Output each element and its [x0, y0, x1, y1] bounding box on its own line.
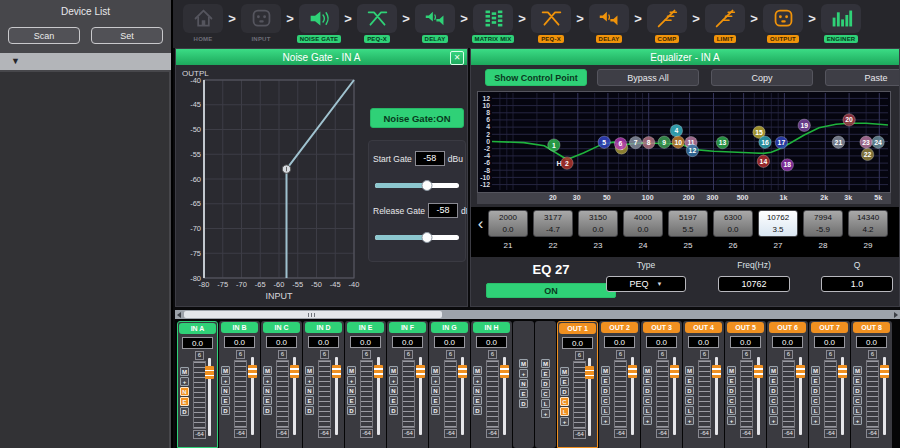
channel-button-plus[interactable]: + [180, 377, 189, 386]
channel-button-d[interactable]: D [519, 399, 528, 408]
toolbar-item-home[interactable]: HOME [181, 4, 225, 43]
toolbar-item-matrix-mix[interactable]: MATRIX MIX [471, 4, 515, 43]
eq-band-cell[interactable]: 40000.0 [623, 210, 663, 237]
slider-thumb[interactable] [422, 180, 433, 191]
channel-button-m[interactable]: M [601, 366, 610, 375]
channel-button-plus[interactable]: + [541, 409, 550, 418]
eq-point-8[interactable]: 8 [643, 136, 655, 148]
channel-strip-out-1[interactable]: OUT 10.0MEDCL+6-64 [557, 321, 598, 448]
fader-handle[interactable] [332, 365, 341, 378]
eq-point-6[interactable]: 6 [614, 138, 626, 150]
channel-button-d[interactable]: D [305, 406, 314, 415]
fader-handle[interactable] [248, 365, 257, 378]
scroll-right-icon[interactable] [894, 312, 898, 318]
fader-handle[interactable] [754, 365, 763, 378]
eq-band-21[interactable]: 20000.021 [488, 210, 528, 250]
eq-band-28[interactable]: 7994-5.928 [803, 210, 843, 250]
eq-band-cell[interactable]: 31500.0 [578, 210, 618, 237]
start-gate-value[interactable]: -58 [415, 151, 445, 166]
eq-q-input[interactable]: 1.0 [821, 276, 893, 292]
channel-strip-in-h[interactable]: IN H0.0M+NED6-64 [471, 321, 512, 448]
channel-button-m[interactable]: M [221, 366, 230, 375]
channel-button-d[interactable]: D [601, 386, 610, 395]
channel-button-l[interactable]: L [685, 406, 694, 415]
scan-button[interactable]: Scan [8, 27, 80, 44]
fader-handle[interactable] [880, 365, 889, 378]
channel-button-n[interactable]: N [431, 386, 440, 395]
eq-point-19[interactable]: 19 [798, 119, 810, 131]
fader-handle[interactable] [670, 365, 679, 378]
channel-button-l[interactable]: L [853, 406, 862, 415]
channel-button-e[interactable]: E [541, 369, 550, 378]
channel-button-d[interactable]: D [473, 406, 482, 415]
fader-handle[interactable] [796, 365, 805, 378]
show-control-point-button[interactable]: Show Control Point [485, 69, 587, 86]
channel-strip-in-f[interactable]: IN F0.0M+NED6-64 [387, 321, 428, 448]
channel-button-e[interactable]: E [389, 396, 398, 405]
channel-button-m[interactable]: M [643, 366, 652, 375]
eq-point-5[interactable]: 5 [598, 136, 610, 148]
eq-freq-input[interactable]: 10762 [718, 276, 790, 292]
channel-button-l[interactable]: L [601, 406, 610, 415]
channel-strip-out-2[interactable]: OUT 20.0MEDCL+6-64 [599, 321, 640, 448]
channel-button-plus[interactable]: + [389, 376, 398, 385]
channel-button-e[interactable]: E [347, 396, 356, 405]
channel-strip-master-in[interactable]: M+NED [513, 321, 534, 448]
slider-thumb[interactable] [422, 232, 433, 243]
channel-button-m[interactable]: M [263, 366, 272, 375]
channel-button-c[interactable]: C [560, 397, 569, 406]
eq-band-23[interactable]: 31500.023 [578, 210, 618, 250]
eq-band-cell[interactable]: 3177-4.7 [533, 210, 573, 237]
channel-button-d[interactable]: D [643, 386, 652, 395]
channel-strip-out-4[interactable]: OUT 40.0MEDCL+6-64 [683, 321, 724, 448]
channel-button-d[interactable]: D [727, 386, 736, 395]
channel-button-e[interactable]: E [727, 376, 736, 385]
toolbar-item-input[interactable]: INPUT [239, 4, 283, 43]
channel-button-l[interactable]: L [541, 399, 550, 408]
release-gate-slider[interactable] [375, 235, 459, 240]
mixer-scrollbar[interactable] [175, 310, 900, 319]
channel-button-d[interactable]: D [811, 386, 820, 395]
channel-button-plus[interactable]: + [853, 416, 862, 425]
channel-button-c[interactable]: C [601, 396, 610, 405]
channel-button-l[interactable]: L [769, 406, 778, 415]
channel-button-m[interactable]: M [389, 366, 398, 375]
eq-point-1[interactable]: 1 [548, 139, 560, 151]
channel-button-d[interactable]: D [853, 386, 862, 395]
channel-strip-out-3[interactable]: OUT 30.0MEDCL+6-64 [641, 321, 682, 448]
bands-scroll-left-icon[interactable]: ‹ [473, 210, 488, 238]
toolbar-item-delay[interactable]: DELAY [587, 4, 631, 43]
channel-button-e[interactable]: E [811, 376, 820, 385]
channel-button-n[interactable]: N [347, 386, 356, 395]
channel-button-plus[interactable]: + [727, 416, 736, 425]
channel-button-e[interactable]: E [769, 376, 778, 385]
channel-button-plus[interactable]: + [560, 417, 569, 426]
channel-button-l[interactable]: L [811, 406, 820, 415]
channel-button-m[interactable]: M [560, 367, 569, 376]
channel-button-n[interactable]: N [180, 387, 189, 396]
channel-strip-in-c[interactable]: IN C0.0M+NED6-64 [261, 321, 302, 448]
channel-button-d[interactable]: D [769, 386, 778, 395]
eq-point-23[interactable]: 23 [860, 136, 872, 148]
channel-button-d[interactable]: D [180, 407, 189, 416]
channel-button-e[interactable]: E [221, 396, 230, 405]
channel-button-c[interactable]: C [811, 396, 820, 405]
channel-button-d[interactable]: D [221, 406, 230, 415]
channel-button-plus[interactable]: + [431, 376, 440, 385]
channel-button-d[interactable]: D [431, 406, 440, 415]
fader-handle[interactable] [628, 365, 637, 378]
channel-button-plus[interactable]: + [305, 376, 314, 385]
toolbar-item-peq-x[interactable]: PEQ-X [355, 4, 399, 43]
channel-button-l[interactable]: L [643, 406, 652, 415]
channel-button-d[interactable]: D [347, 406, 356, 415]
channel-button-c[interactable]: C [853, 396, 862, 405]
channel-button-d[interactable]: D [389, 406, 398, 415]
channel-strip-out-5[interactable]: OUT 50.0MEDCL+6-64 [725, 321, 766, 448]
eq-type-dropdown[interactable]: PEQ ▼ [606, 276, 686, 292]
eq-point-14[interactable]: 14 [757, 155, 769, 167]
channel-button-m[interactable]: M [769, 366, 778, 375]
channel-button-m[interactable]: M [727, 366, 736, 375]
eq-point-21[interactable]: 21 [832, 136, 844, 148]
channel-button-n[interactable]: N [263, 386, 272, 395]
fader-handle[interactable] [712, 365, 721, 378]
